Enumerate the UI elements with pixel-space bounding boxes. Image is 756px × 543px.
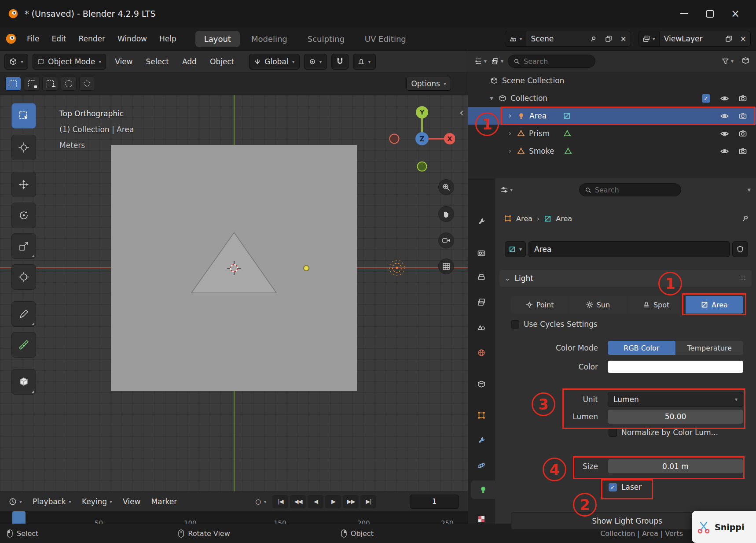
pin-icon[interactable] — [742, 215, 749, 222]
panel-grip-icon[interactable]: ∷ — [741, 274, 746, 282]
snipping-tool-notification[interactable]: Snippi — [692, 511, 756, 543]
tab-output[interactable] — [471, 268, 492, 287]
pin-icon[interactable] — [590, 36, 597, 42]
transform-tool[interactable] — [11, 264, 36, 290]
measure-tool[interactable] — [11, 332, 36, 358]
pivot-point-dropdown[interactable]: ▾ — [304, 54, 327, 70]
collection-checkbox[interactable]: ✓ — [702, 94, 710, 103]
select-box-tool[interactable] — [11, 103, 36, 129]
point-light-object[interactable] — [386, 257, 407, 278]
current-frame-field[interactable] — [410, 495, 459, 509]
timeline-menu-playback[interactable]: Playback▾ — [28, 497, 76, 506]
tab-world[interactable] — [471, 344, 492, 362]
toggle-ortho-button[interactable] — [438, 259, 454, 274]
timeline-menu-view[interactable]: View — [118, 497, 145, 506]
select-mode-subtract-button[interactable] — [42, 77, 58, 91]
snap-settings-dropdown[interactable]: ▾ — [353, 54, 376, 70]
tab-collection[interactable] — [471, 375, 492, 393]
datablock-name-field[interactable] — [528, 241, 730, 257]
cursor-tool[interactable] — [11, 135, 36, 160]
render-toggle[interactable] — [738, 94, 747, 103]
light-type-spot-button[interactable]: Spot — [628, 296, 685, 314]
menu-render[interactable]: Render — [73, 32, 111, 46]
add-cube-tool[interactable] — [11, 369, 36, 395]
previous-keyframe-button[interactable]: ◀◀ — [290, 495, 306, 508]
expand-icon[interactable]: › — [507, 147, 513, 155]
blender-app-menu-icon[interactable] — [5, 33, 17, 44]
auto-keying-toggle[interactable]: ○▾ — [251, 498, 271, 506]
viewport-menu-view[interactable]: View — [110, 57, 137, 66]
play-button[interactable]: ▶ — [325, 495, 341, 508]
tab-tool[interactable] — [471, 212, 492, 231]
viewport-menu-select[interactable]: Select — [142, 57, 173, 66]
viewlayer-browse-button[interactable]: ▾ — [639, 31, 660, 46]
light-browse-button[interactable]: ▾ — [505, 241, 526, 257]
render-toggle[interactable] — [738, 147, 747, 155]
color-mode-temperature-button[interactable]: Temperature — [676, 341, 744, 355]
menu-help[interactable]: Help — [154, 32, 182, 46]
tab-texture[interactable] — [471, 510, 492, 528]
outliner-row-collection[interactable]: ▾ Collection ✓ — [468, 89, 756, 107]
viewport-canvas[interactable]: Top Orthographic (1) Collection | Area M… — [0, 95, 468, 491]
expand-icon[interactable]: ▾ — [488, 94, 495, 102]
expand-icon[interactable]: › — [507, 129, 513, 137]
viewlayer-new-button[interactable] — [721, 31, 736, 46]
outliner-row-scene-collection[interactable]: Scene Collection — [468, 72, 756, 89]
viewlayer-remove-button[interactable]: × — [736, 31, 750, 46]
outliner-filter-dropdown[interactable]: ▾ — [722, 58, 734, 65]
scene-new-button[interactable] — [601, 31, 616, 46]
gizmo-minus-x[interactable] — [390, 134, 399, 144]
viewport-menu-object[interactable]: Object — [206, 57, 239, 66]
camera-view-button[interactable] — [438, 233, 454, 248]
breadcrumb-object[interactable]: Area — [516, 214, 532, 223]
rotate-tool[interactable] — [11, 203, 36, 228]
scene-browse-button[interactable]: ▾ — [505, 31, 526, 46]
timeline-menu-marker[interactable]: Marker — [147, 497, 181, 506]
hide-toggle[interactable] — [720, 94, 729, 103]
datablock-name-input[interactable] — [529, 245, 729, 254]
menu-file[interactable]: File — [21, 32, 45, 46]
properties-search-input[interactable] — [595, 186, 661, 194]
workspace-tab-uv-editing[interactable]: UV Editing — [356, 31, 415, 47]
select-mode-intersect-button[interactable] — [79, 77, 95, 91]
normalize-checkbox[interactable] — [609, 428, 617, 437]
select-mode-extend-button[interactable] — [24, 77, 40, 91]
fake-user-toggle[interactable] — [732, 241, 748, 257]
timeline-ruler[interactable]: 50 100 150 200 250 — [0, 511, 468, 524]
light-type-sun-button[interactable]: Sun — [569, 296, 627, 314]
move-tool[interactable] — [11, 172, 36, 197]
outliner-row-prism[interactable]: › Prism — [468, 125, 756, 142]
tab-view-layer[interactable] — [471, 293, 492, 311]
light-type-point-button[interactable]: Point — [511, 296, 569, 314]
breadcrumb-data[interactable]: Area — [556, 214, 572, 223]
workspace-tab-layout[interactable]: Layout — [195, 31, 240, 47]
editor-type-button[interactable]: ▾ — [4, 54, 28, 70]
pan-button[interactable] — [438, 206, 454, 222]
tab-modifiers[interactable] — [471, 431, 492, 450]
tab-object[interactable] — [471, 406, 492, 425]
outliner-scope-dropdown[interactable]: ▾ — [491, 57, 503, 65]
color-swatch[interactable] — [608, 361, 743, 373]
tab-object-data[interactable] — [471, 480, 495, 499]
workspace-tab-sculpting[interactable]: Sculpting — [299, 31, 353, 47]
select-mode-new-button[interactable] — [5, 77, 21, 91]
hide-toggle[interactable] — [720, 147, 729, 156]
properties-search[interactable] — [579, 183, 681, 196]
zoom-button[interactable] — [438, 179, 454, 195]
annotate-tool[interactable] — [11, 301, 36, 327]
gizmo-minus-y[interactable] — [418, 162, 427, 171]
minimize-button[interactable] — [672, 4, 697, 23]
menu-edit[interactable]: Edit — [46, 32, 72, 46]
scene-name-field[interactable]: Scene — [526, 34, 601, 43]
transform-orientation-dropdown[interactable]: Global ▾ — [249, 54, 299, 70]
maximize-button[interactable] — [697, 4, 723, 23]
options-dropdown[interactable]: Options ▾ — [406, 77, 451, 91]
color-mode-rgb-button[interactable]: RGB Color — [608, 341, 675, 355]
navigation-gizmo[interactable]: Y X Z — [389, 103, 455, 173]
select-mode-invert-button[interactable] — [61, 77, 77, 91]
scale-tool[interactable] — [11, 233, 36, 259]
properties-editor-type-button[interactable]: ▾ — [500, 186, 513, 194]
timeline-editor-type-button[interactable]: ▾ — [4, 498, 26, 506]
outliner-display-mode-dropdown[interactable]: ▾ — [474, 57, 487, 65]
tab-render[interactable] — [471, 244, 492, 262]
